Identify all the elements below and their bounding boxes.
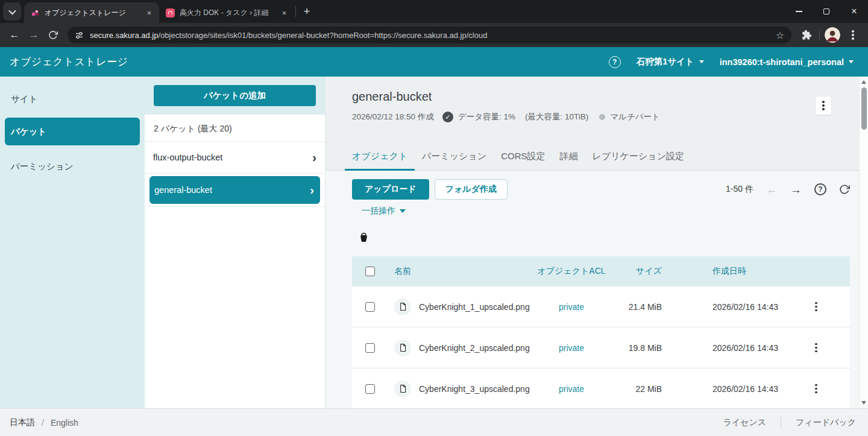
table-row: CyberKnight_3_upscaled.png private 22 Mi…	[352, 368, 850, 408]
create-folder-button[interactable]: フォルダ作成	[435, 179, 508, 200]
puzzle-icon	[801, 30, 812, 40]
bucket-menu-button[interactable]	[815, 96, 832, 115]
tab-details[interactable]: 詳細	[553, 151, 585, 171]
acl-link[interactable]: private	[559, 384, 584, 394]
sidebar-item-bucket[interactable]: バケット	[5, 118, 140, 145]
prev-page-button[interactable]: ←	[766, 184, 778, 195]
add-bucket-button[interactable]: バケットの追加	[154, 85, 316, 106]
check-circle-icon: ✓	[442, 112, 453, 122]
back-button[interactable]: ←	[5, 25, 24, 45]
detail-tabs: オブジェクト パーミッション CORS設定 詳細 レプリケーション設定	[345, 151, 691, 171]
tab-permissions[interactable]: パーミッション	[415, 151, 494, 171]
license-link[interactable]: ライセンス	[723, 417, 766, 428]
multipart-label: マルチパート	[610, 112, 660, 122]
bucket-item-general[interactable]: general-bucket ›	[149, 176, 320, 204]
tab-cors[interactable]: CORS設定	[494, 151, 552, 171]
row-menu-button[interactable]	[811, 340, 821, 356]
site-settings-icon	[75, 31, 84, 40]
url-text: secure.sakura.ad.jp/objectstorage/sites/…	[90, 31, 770, 40]
scroll-up-arrow[interactable]	[861, 80, 866, 84]
acl-link[interactable]: private	[559, 343, 584, 353]
kebab-icon	[852, 30, 854, 40]
browser-tab-dok[interactable]: 高火力 DOK - タスク › 詳細 ×	[159, 2, 294, 23]
bucket-list-panel: バケットの追加 2 バケット (最大 20) flux-output-bucke…	[145, 77, 326, 408]
help-icon[interactable]: ?	[814, 183, 826, 195]
sidebar-item-permission[interactable]: パーミッション	[5, 153, 140, 180]
bulk-action-dropdown[interactable]: 一括操作	[362, 206, 406, 216]
page-title: general-bucket	[352, 90, 832, 104]
profile-button[interactable]	[822, 25, 843, 45]
account-selector-label: inn39260:t-shirotani_personal	[720, 57, 844, 67]
bucket-name: flux-output-bucket	[153, 153, 222, 162]
address-bar[interactable]: secure.sakura.ad.jp/objectstorage/sites/…	[68, 27, 791, 43]
sidebar-item-site[interactable]: サイト	[5, 85, 140, 113]
object-size: 19.8 MiB	[614, 343, 662, 353]
bucket-item-flux-output[interactable]: flux-output-bucket ›	[145, 142, 325, 174]
acl-link[interactable]: private	[559, 302, 584, 312]
bucket-item-wrapper: general-bucket ›	[145, 174, 325, 207]
extensions-button[interactable]	[796, 25, 817, 45]
row-menu-button[interactable]	[811, 299, 821, 315]
column-header-created: 作成日時	[662, 266, 782, 277]
object-size: 22 MiB	[614, 384, 662, 394]
tab-replication[interactable]: レプリケーション設定	[585, 151, 691, 171]
tab-title: オブジェクトストレージ	[45, 8, 139, 18]
tab-title: 高火力 DOK - タスク › 詳細	[180, 8, 274, 18]
object-name: CyberKnight_2_upscaled.png	[419, 343, 530, 353]
app-body: サイト バケット パーミッション バケットの追加 2 バケット (最大 20) …	[0, 77, 868, 408]
close-window-button[interactable]: ×	[840, 0, 868, 23]
site-selector[interactable]: 石狩第1サイト	[637, 56, 704, 68]
language-en-link[interactable]: English	[51, 418, 78, 428]
table-row: CyberKnight_2_upscaled.png private 19.8 …	[352, 327, 850, 368]
scrollbar-thumb[interactable]	[861, 87, 867, 130]
minimize-button[interactable]	[785, 0, 813, 23]
browser-menu-button[interactable]	[843, 25, 863, 45]
sidebar: サイト バケット パーミッション	[0, 77, 145, 408]
feedback-link[interactable]: フィードバック	[796, 417, 856, 428]
row-menu-button[interactable]	[811, 381, 821, 397]
forward-button[interactable]: →	[24, 25, 43, 45]
object-created: 2026/02/16 14:43	[662, 343, 782, 353]
avatar	[825, 27, 840, 43]
refresh-icon[interactable]	[839, 184, 850, 195]
browser-tab-object-storage[interactable]: オブジェクトストレージ ×	[24, 2, 159, 23]
caret-down-icon	[400, 209, 406, 213]
bookmark-star-icon[interactable]: ☆	[776, 30, 784, 41]
table-row: CyberKnight_1_upscaled.png private 21.4 …	[352, 286, 850, 327]
capacity-max-label: (最大容量: 10TiB)	[525, 112, 588, 122]
sidebar-item-label: バケット	[11, 126, 46, 137]
object-name: CyberKnight_3_upscaled.png	[419, 384, 530, 394]
url-domain: secure.sakura.ad.jp	[90, 31, 158, 40]
reload-button[interactable]	[43, 25, 63, 45]
bucket-root-icon[interactable]	[358, 232, 370, 243]
sidebar-item-label: サイト	[11, 93, 38, 105]
language-ja-link[interactable]: 日本語	[10, 417, 35, 428]
row-checkbox[interactable]	[365, 343, 375, 353]
upload-button[interactable]: アップロード	[352, 179, 429, 200]
sakura-favicon	[31, 8, 40, 17]
row-checkbox[interactable]	[365, 384, 375, 394]
footer-divider	[781, 416, 781, 429]
bucket-name: general-bucket	[154, 185, 212, 195]
vertical-scrollbar[interactable]	[859, 77, 868, 408]
scroll-down-arrow[interactable]	[861, 401, 866, 405]
next-page-button[interactable]: →	[790, 184, 802, 195]
chevron-right-icon: ›	[312, 151, 316, 163]
row-checkbox[interactable]	[365, 302, 375, 312]
account-selector[interactable]: inn39260:t-shirotani_personal	[720, 57, 854, 67]
multipart-status-dot	[599, 114, 605, 120]
tab-objects[interactable]: オブジェクト	[345, 151, 415, 171]
bucket-add-band: バケットの追加	[145, 77, 325, 115]
help-icon[interactable]: ?	[609, 56, 621, 68]
select-all-checkbox[interactable]	[365, 267, 375, 276]
close-icon[interactable]: ×	[279, 8, 289, 18]
maximize-button[interactable]	[813, 0, 840, 23]
browser-toolbar: ← → secure.sakura.ad.jp/objectstorage/si…	[0, 23, 868, 47]
bucket-meta-row: 2026/02/12 18:50 作成 ✓ データ容量: 1% (最大容量: 1…	[352, 112, 832, 122]
close-icon[interactable]: ×	[144, 8, 154, 18]
tab-search-button[interactable]	[3, 2, 21, 21]
file-icon	[394, 381, 411, 397]
new-tab-button[interactable]: +	[298, 3, 315, 20]
dok-favicon	[166, 8, 175, 17]
objects-panel: アップロード フォルダ作成 1-50 件 ← → ? 一括操作	[326, 171, 868, 408]
